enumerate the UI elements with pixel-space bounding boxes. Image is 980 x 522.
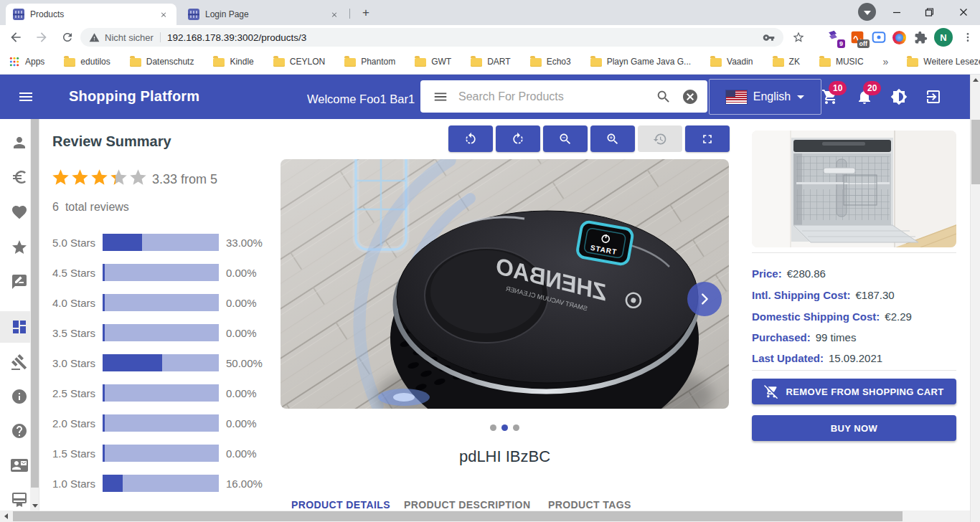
menu-icon[interactable] bbox=[17, 88, 34, 105]
window-maximize-button[interactable] bbox=[914, 0, 944, 24]
forward-button[interactable] bbox=[32, 27, 52, 47]
clear-search-icon[interactable] bbox=[682, 88, 699, 105]
product-thumbnail[interactable] bbox=[752, 130, 956, 247]
extensions-puzzle-icon[interactable] bbox=[911, 28, 930, 47]
sidebar-item-profile[interactable] bbox=[11, 134, 28, 151]
sidebar-item-currency[interactable] bbox=[11, 169, 28, 186]
bookmark-item[interactable]: Kindle bbox=[213, 57, 253, 67]
extension-tabs-icon[interactable]: 9 bbox=[824, 28, 842, 47]
page-horizontal-scrollbar[interactable] bbox=[0, 511, 970, 522]
star-full-icon bbox=[70, 168, 90, 187]
tab-close-icon[interactable] bbox=[158, 9, 169, 20]
dark-mode-toggle-icon[interactable] bbox=[890, 88, 908, 105]
rating-stars bbox=[51, 168, 148, 187]
browser-menu-icon[interactable] bbox=[958, 28, 977, 47]
extension-pip-icon[interactable] bbox=[870, 28, 888, 47]
remove-cart-icon bbox=[764, 384, 778, 399]
tab-close-icon[interactable] bbox=[329, 9, 340, 20]
address-bar[interactable]: Nicht sicher 192.168.178.39:3002/product… bbox=[80, 28, 783, 47]
sidebar-item-ratings[interactable] bbox=[11, 239, 28, 256]
folder-icon bbox=[415, 58, 426, 67]
zoom-out-button[interactable] bbox=[543, 125, 588, 152]
carousel-dot[interactable] bbox=[513, 424, 519, 431]
bookmark-item[interactable]: Vaadin bbox=[710, 57, 753, 67]
bookmark-other-bookmarks[interactable]: Weitere Lesezeichen bbox=[907, 57, 980, 67]
browser-tab-products[interactable]: Products bbox=[6, 4, 176, 25]
url-text[interactable]: 192.168.178.39:3002/products/3 bbox=[167, 32, 763, 43]
fullscreen-button[interactable] bbox=[685, 125, 730, 152]
buy-now-button[interactable]: BUY NOW bbox=[752, 415, 956, 441]
search-input[interactable] bbox=[458, 90, 656, 103]
sidebar-item-favorites[interactable] bbox=[11, 204, 28, 221]
sidebar-item-dashboard[interactable] bbox=[11, 318, 28, 336]
password-key-icon[interactable] bbox=[763, 32, 775, 44]
sidebar-item-reviews[interactable] bbox=[11, 273, 28, 290]
apps-grid-icon bbox=[9, 56, 20, 67]
sidebar-item-rules[interactable] bbox=[11, 353, 28, 371]
bookmarks-overflow-chevron[interactable]: » bbox=[883, 56, 889, 67]
language-selector[interactable]: English bbox=[709, 79, 821, 115]
bookmark-item[interactable]: Echo3 bbox=[530, 57, 571, 67]
media-controls-button[interactable] bbox=[858, 3, 876, 21]
sidebar-scrollbar[interactable] bbox=[30, 119, 39, 511]
bookmark-apps[interactable]: Apps bbox=[9, 56, 44, 67]
security-warning-icon[interactable] bbox=[89, 32, 100, 43]
carousel-dot[interactable] bbox=[490, 424, 496, 431]
bookmark-item[interactable]: Phantom bbox=[344, 57, 395, 67]
notifications-button[interactable]: 20 bbox=[856, 88, 873, 105]
tab-product-description[interactable]: PRODUCT DESCRIPTION bbox=[404, 499, 530, 511]
page-vertical-scrollbar[interactable] bbox=[970, 75, 980, 522]
folder-icon bbox=[907, 58, 918, 67]
bookmark-item[interactable]: ZK bbox=[773, 57, 800, 67]
scrollbar-up-arrow[interactable] bbox=[971, 75, 980, 85]
scrollbar-left-arrow[interactable] bbox=[0, 511, 12, 522]
next-image-button[interactable] bbox=[687, 282, 722, 316]
scrollbar-thumb[interactable] bbox=[971, 120, 980, 184]
logout-icon[interactable] bbox=[925, 88, 942, 105]
tab-title: Products bbox=[30, 9, 152, 19]
window-minimize-button[interactable] bbox=[882, 0, 912, 24]
bookmark-item[interactable]: Playn Game Java G... bbox=[590, 57, 691, 67]
remove-from-cart-button[interactable]: REMOVE FROM SHOPPING CART bbox=[752, 379, 956, 404]
search-icon[interactable] bbox=[656, 89, 672, 105]
total-reviews-label: total reviews bbox=[65, 201, 129, 213]
bookmark-star-icon[interactable] bbox=[789, 28, 808, 47]
reload-button[interactable] bbox=[57, 27, 77, 47]
scrollbar-down-arrow[interactable] bbox=[30, 500, 39, 511]
sidebar-item-contact[interactable] bbox=[11, 457, 28, 474]
rotate-left-button[interactable] bbox=[448, 125, 493, 152]
bookmark-item[interactable]: GWT bbox=[415, 57, 451, 67]
product-image[interactable]: ZHENBAO SMART VACUUM CLEANER START bbox=[281, 159, 729, 409]
sidebar-item-info[interactable] bbox=[11, 388, 28, 405]
last-updated-row: Last Updated:15.09.2021 bbox=[752, 347, 882, 369]
rating-bar-row: 3.5 Stars0.00% bbox=[52, 324, 268, 341]
tab-product-tags[interactable]: PRODUCT TAGS bbox=[548, 499, 631, 511]
folder-icon bbox=[819, 58, 831, 67]
bookmark-item[interactable]: DART bbox=[471, 57, 510, 67]
extension-badge: 9 bbox=[837, 39, 845, 48]
scrollbar-thumb[interactable] bbox=[13, 511, 903, 521]
bookmark-item[interactable]: MUSIC bbox=[819, 57, 864, 67]
reset-history-button[interactable] bbox=[638, 125, 682, 152]
browser-tab-login[interactable]: Login Page bbox=[181, 4, 347, 25]
zoom-in-button[interactable] bbox=[590, 125, 635, 152]
product-search-box[interactable] bbox=[420, 80, 707, 113]
rotate-right-button[interactable] bbox=[496, 125, 540, 152]
bookmark-item[interactable]: CEYLON bbox=[273, 57, 325, 67]
sidebar-item-membership[interactable] bbox=[11, 491, 28, 508]
window-close-button[interactable] bbox=[948, 0, 979, 24]
bookmark-item[interactable]: Datenschutz bbox=[130, 57, 194, 67]
extension-sphere-icon[interactable] bbox=[890, 28, 908, 47]
sidebar-item-help[interactable] bbox=[11, 422, 28, 440]
profile-avatar[interactable]: N bbox=[934, 28, 953, 47]
tab-product-details[interactable]: PRODUCT DETAILS bbox=[291, 499, 390, 511]
scrollbar-thumb[interactable] bbox=[31, 119, 39, 488]
cart-button[interactable]: 10 bbox=[821, 88, 839, 105]
back-button[interactable] bbox=[6, 27, 26, 47]
rating-bar-row: 3.0 Stars50.00% bbox=[52, 354, 268, 371]
bookmark-item[interactable]: edutilos bbox=[64, 57, 110, 67]
star-full-icon bbox=[90, 168, 109, 187]
new-tab-button[interactable]: + bbox=[357, 4, 374, 22]
carousel-dot-active[interactable] bbox=[501, 424, 508, 431]
extension-monkey-icon[interactable]: off bbox=[848, 28, 867, 47]
